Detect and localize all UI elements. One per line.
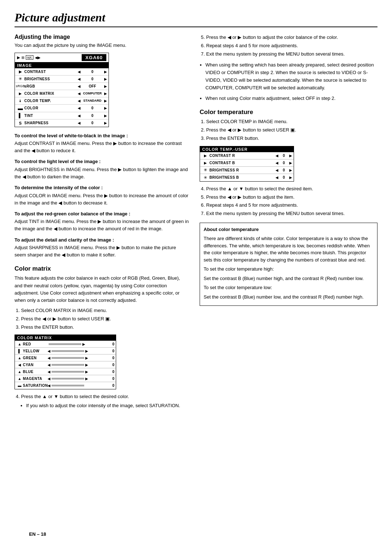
- ct-brightnessr-icon: ✳: [201, 167, 209, 173]
- ct-brightnessr-value: 0: [278, 168, 289, 172]
- ct-contrastr-left: ◀: [275, 154, 278, 158]
- color-value: 0: [81, 106, 104, 110]
- ct-contrastr-right: ▶: [289, 154, 292, 158]
- cm-row-cyan: ◀ CYAN ◀ ▶ 0: [15, 361, 116, 368]
- tint-heading: To adjust the red-green color balance of…: [15, 210, 189, 218]
- image-menu-table: ▶ ⊞ opt. ◀▶ XGA60 IMAGE ▶ CONTRAST ◀ 0 ▶: [15, 53, 109, 127]
- cm-magenta-right: ▶: [85, 377, 88, 381]
- menu-icon-image: ⊞: [21, 56, 24, 60]
- sharpness-value: 0: [81, 121, 104, 125]
- colormatrix-value: COMPUTER: [81, 92, 104, 95]
- cm-saturation-label: SATURATION: [23, 384, 48, 388]
- brightness-right: ▶: [104, 77, 107, 81]
- ct-contrastr-label: CONTRAST R: [209, 154, 246, 158]
- cm-yellow-left: ◀: [48, 349, 50, 353]
- tint-value: 0: [81, 114, 104, 118]
- cm-blue-value: 0: [107, 370, 114, 374]
- cm-step1: Select COLOR MATRIX in IMAGE menu.: [21, 307, 189, 315]
- about-text2: To set the color temperature high:: [204, 266, 373, 273]
- menu-icon-arrow: ◀▶: [35, 56, 41, 60]
- right-steps-top: Press the ◀ or ▶ button to adjust the co…: [206, 34, 377, 58]
- cm-yellow-bar: [52, 350, 84, 352]
- colormatrix-icon: ▶: [16, 92, 24, 96]
- cm-red-label: RED: [23, 342, 48, 346]
- ct-brightnessr-label: BRIGHTNESS R: [209, 168, 246, 172]
- ct-step4: Press the ▲ or ▼ button to select the de…: [206, 185, 377, 193]
- contrast-text: Adjust CONTRAST in IMAGE menu. Press the…: [15, 140, 189, 154]
- colormatrix-label: COLOR MATRIX: [24, 92, 57, 96]
- ct-contrastb-right: ▶: [289, 161, 292, 165]
- ct-brightnessb-left: ◀: [275, 175, 278, 179]
- menu-row-color: ▬ COLOR ◀ 0 ▶: [15, 105, 109, 112]
- ct-contrastb-value: 0: [278, 161, 289, 165]
- brightness-left: ◀: [78, 77, 81, 81]
- cm-step3: Press the ENTER button.: [21, 324, 189, 331]
- subsection-sharpness: To adjust the detail and clarity of the …: [15, 236, 189, 259]
- srgb-left: ◀: [78, 84, 81, 88]
- cm-cyan-label: CYAN: [23, 363, 48, 367]
- adjusting-image-heading: Adjusting the image: [15, 34, 189, 40]
- cm-blue-label: BLUE: [23, 370, 48, 374]
- cm-saturation-left: ◀: [48, 384, 50, 388]
- cm-magenta-bar: [52, 378, 84, 380]
- tint-icon: ▌: [16, 113, 24, 118]
- menu-row-colortemp: 🌡 COLOR TEMP. ◀ STANDARD ▶: [15, 97, 109, 105]
- cm-blue-left: ◀: [48, 370, 50, 374]
- about-text5: Set the contrast B (Blue) number low, an…: [204, 293, 373, 301]
- ct-row-brightness-r: ✳ BRIGHTNESS R ◀ 0 ▶: [200, 167, 294, 174]
- cm-row-green: ▲ GREEN ◀ ▶ 0: [15, 355, 116, 361]
- menu-title: XGA60: [82, 54, 106, 61]
- about-color-temp-box: About color temperature There are differ…: [200, 223, 377, 306]
- cm-blue-right: ▶: [85, 370, 88, 374]
- tint-left: ◀: [78, 114, 81, 118]
- cm-yellow-icon: ▌: [16, 349, 23, 353]
- ct-brightnessr-right: ▶: [289, 168, 292, 172]
- ct-contrastb-left: ◀: [275, 161, 278, 165]
- color-intensity-text: Adjust COLOR in IMAGE menu. Press the ▶ …: [15, 192, 189, 207]
- menu-header-row: ▶ ⊞ opt. ◀▶ XGA60: [15, 53, 109, 62]
- brightness-text: Adjust BRIGHTNESS in IMAGE menu. Press t…: [15, 166, 189, 181]
- cm-yellow-value: 0: [107, 349, 114, 353]
- cm-cyan-value: 0: [107, 363, 114, 367]
- sharpness-right: ▶: [104, 121, 107, 125]
- ct-step6: Repeat steps 4 and 5 for more adjustment…: [206, 202, 377, 209]
- cm-red-icon: ▲: [16, 342, 23, 346]
- cm-red-bar: [49, 343, 81, 345]
- ct-contrastr-icon: ▶: [201, 154, 209, 158]
- colortemp-label: COLOR TEMP.: [24, 99, 57, 103]
- ct-brightnessb-label: BRIGHTNESS B: [209, 175, 246, 179]
- colortemp-icon: 🌡: [16, 99, 24, 103]
- cm-green-icon: ▲: [16, 356, 23, 360]
- cm-row-yellow: ▌ YELLOW ◀ ▶ 0: [15, 348, 116, 355]
- cm-magenta-value: 0: [107, 377, 114, 381]
- cm-green-bar: [52, 357, 84, 359]
- right-bullets: When using the setting which has been al…: [205, 61, 377, 102]
- cm-step4: Press the ▲ or ▼ button to select the de…: [21, 393, 189, 410]
- adjusting-image-intro: You can adjust the picture by using the …: [15, 42, 189, 49]
- contrast-label: CONTRAST: [24, 70, 57, 74]
- r-step7: Exit the menu system by pressing the MEN…: [206, 50, 377, 58]
- brightness-label: BRIGHTNESS: [24, 77, 57, 81]
- right-column: Press the ◀ or ▶ button to adjust the co…: [200, 34, 377, 413]
- srgb-icon: sRGB: [16, 84, 24, 88]
- color-temp-table: COLOR TEMP.-USER ▶ CONTRAST R ◀ 0 ▶ ▶ CO…: [200, 146, 294, 182]
- sharpness-left: ◀: [78, 121, 81, 125]
- cm-cyan-right: ▶: [85, 363, 88, 367]
- cm-green-value: 0: [107, 356, 114, 360]
- about-title: About color temperature: [204, 226, 373, 233]
- cm-saturation-value: 0: [107, 384, 114, 388]
- subsection-tint: To adjust the red-green color balance of…: [15, 210, 189, 233]
- cm-yellow-label: YELLOW: [23, 349, 48, 353]
- r-step6: Repeat steps 4 and 5 for more adjustment…: [206, 42, 377, 50]
- cm-table-header: COLOR MATRIX: [15, 335, 116, 341]
- about-text1: There are different kinds of white color…: [204, 235, 373, 263]
- menu-section-label: IMAGE: [15, 62, 109, 68]
- tint-right: ▶: [104, 114, 107, 118]
- cm-red-value: 0: [107, 342, 114, 346]
- color-intensity-heading: To determine the intensity of the color …: [15, 184, 189, 191]
- tint-label: TINT: [24, 114, 57, 118]
- colormatrix-left: ◀: [78, 92, 81, 96]
- cm-cyan-icon: ◀: [16, 363, 23, 367]
- subsection-brightness: To control the light level of the image …: [15, 158, 189, 181]
- cm-bullet-saturation: If you wish to adjust the color intensit…: [26, 402, 189, 410]
